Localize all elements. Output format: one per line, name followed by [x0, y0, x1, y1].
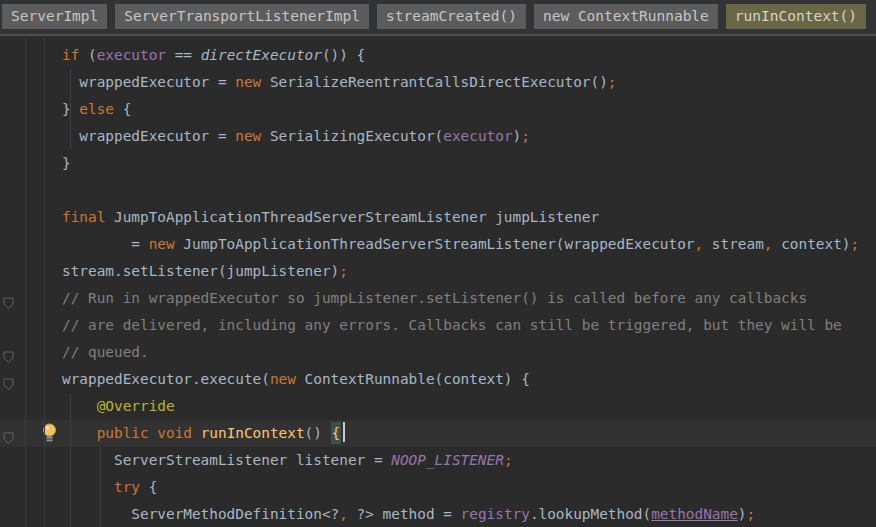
fold-marker-icon[interactable] — [3, 346, 14, 359]
breadcrumb-item-0[interactable]: ServerImpl — [2, 4, 107, 29]
code-token: = — [62, 236, 149, 252]
code-editor[interactable]: // that comes with SerializingExecutor.i… — [0, 38, 876, 527]
code-token: NOOP_LISTENER — [391, 452, 504, 468]
fold-marker-icon[interactable] — [3, 427, 14, 440]
code-line[interactable]: = new JumpToApplicationThreadServerStrea… — [0, 231, 876, 258]
code-line[interactable]: // Run in wrappedExecutor so jumpListene… — [0, 285, 876, 312]
code-token: new — [149, 236, 175, 252]
code-token: , — [339, 506, 348, 522]
code-area: // that comes with SerializingExecutor.i… — [0, 38, 876, 527]
code-line[interactable]: ServerStreamListener listener = NOOP_LIS… — [0, 447, 876, 474]
code-token: context) — [772, 236, 850, 252]
code-token: new — [270, 371, 296, 387]
code-token: // Run in wrappedExecutor so jumpListene… — [62, 290, 807, 306]
code-token: ContextRunnable(context) { — [296, 371, 530, 387]
code-token: ?> method = — [348, 506, 461, 522]
code-token: directExecutor — [201, 47, 322, 63]
code-token: { — [140, 479, 157, 495]
code-line[interactable]: // queued. — [0, 339, 876, 366]
code-token: ( — [88, 47, 97, 63]
code-token: { — [114, 101, 131, 117]
gutter-separator — [44, 38, 45, 527]
code-line[interactable]: try { — [0, 474, 876, 501]
indent-guide — [70, 69, 71, 150]
code-line[interactable]: // are delivered, including any errors. … — [0, 312, 876, 339]
breadcrumb-item-2[interactable]: streamCreated() — [377, 4, 526, 29]
code-line[interactable]: public void runInContext() { — [0, 420, 876, 447]
code-line[interactable]: final JumpToApplicationThreadServerStrea… — [0, 204, 876, 231]
code-line[interactable]: wrappedExecutor = new SerializeReentrant… — [0, 69, 876, 96]
breadcrumb-item-3[interactable]: new ContextRunnable — [534, 4, 718, 29]
code-token: else — [79, 101, 114, 117]
caret — [343, 422, 345, 442]
code-token — [149, 425, 158, 441]
code-token: wrappedExecutor = — [62, 74, 235, 90]
code-token: // are delivered, including any errors. … — [62, 317, 842, 333]
code-token: public — [97, 425, 149, 441]
code-token: ; — [608, 74, 617, 90]
code-token: // queued. — [62, 344, 149, 360]
code-token: wrappedExecutor.execute( — [62, 371, 270, 387]
indent-guide — [100, 447, 101, 527]
code-token: new — [235, 74, 261, 90]
code-token: ()) { — [322, 47, 365, 63]
code-token — [62, 425, 97, 441]
breadcrumb-item-4[interactable]: runInContext() — [726, 4, 866, 29]
code-token: ; — [850, 236, 859, 252]
code-token: try — [114, 479, 140, 495]
fold-marker-icon[interactable] — [3, 292, 14, 305]
code-line[interactable]: } — [0, 150, 876, 177]
breadcrumb-item-1[interactable]: ServerTransportListenerImpl — [115, 4, 369, 29]
code-token: executor — [443, 128, 512, 144]
code-token: SerializingExecutor( — [261, 128, 443, 144]
code-line[interactable]: @Override — [0, 393, 876, 420]
fold-marker-icon[interactable] — [3, 373, 14, 386]
code-line[interactable]: wrappedExecutor.execute(new ContextRunna… — [0, 366, 876, 393]
code-line[interactable] — [0, 177, 876, 204]
code-token: stream — [703, 236, 764, 252]
code-token: } — [62, 155, 71, 171]
code-token: == — [166, 47, 201, 63]
code-token: ; — [521, 128, 530, 144]
code-line[interactable]: stream.setListener(jumpListener); — [0, 258, 876, 285]
code-line[interactable]: wrappedExecutor = new SerializingExecuto… — [0, 123, 876, 150]
ide-window: ServerImplServerTransportListenerImplstr… — [0, 0, 876, 527]
code-token: executor — [97, 47, 166, 63]
code-token: methodName — [651, 506, 738, 522]
code-token: void — [157, 425, 192, 441]
breadcrumb-bar: ServerImplServerTransportListenerImplstr… — [0, 0, 876, 36]
code-token: @Override — [97, 398, 175, 414]
code-token: registry — [461, 506, 530, 522]
code-line[interactable]: } else { — [0, 96, 876, 123]
code-token: final — [62, 209, 105, 225]
code-token: JumpToApplicationThreadServerStreamListe… — [105, 209, 599, 225]
code-token: SerializeReentrantCallsDirectExecutor() — [261, 74, 608, 90]
code-line[interactable]: ServerMethodDefinition<?, ?> method = re… — [0, 501, 876, 527]
indent-guide — [70, 393, 71, 527]
code-token: () — [305, 425, 331, 441]
code-token: { — [331, 422, 342, 444]
code-line[interactable]: if (executor == directExecutor()) { — [0, 42, 876, 69]
code-token: runInContext — [201, 425, 305, 441]
code-token: ; — [339, 263, 348, 279]
code-token: ) — [513, 128, 522, 144]
gutter-separator — [25, 38, 26, 527]
code-token — [62, 398, 97, 414]
code-token: wrappedExecutor = — [62, 128, 235, 144]
code-token — [192, 425, 201, 441]
code-token: stream.setListener(jumpListener) — [62, 263, 339, 279]
code-token: ; — [746, 506, 755, 522]
code-token: ; — [504, 452, 513, 468]
code-token: ServerStreamListener listener = — [62, 452, 391, 468]
code-token: JumpToApplicationThreadServerStreamListe… — [175, 236, 695, 252]
code-token: new — [235, 128, 261, 144]
code-token: ServerMethodDefinition<? — [62, 506, 339, 522]
code-token: if — [62, 47, 88, 63]
code-token: .lookupMethod( — [530, 506, 651, 522]
code-token: , — [694, 236, 703, 252]
